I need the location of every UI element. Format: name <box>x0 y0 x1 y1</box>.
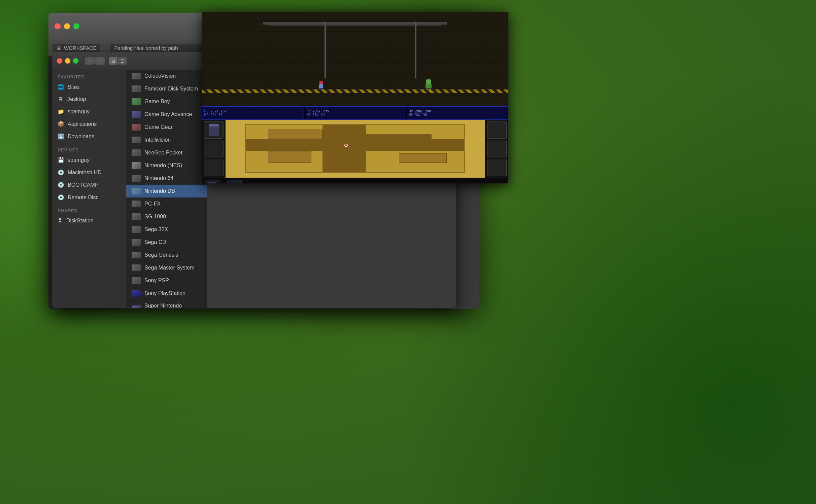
system-nintendo-ds[interactable]: Nintendo DS <box>126 185 207 197</box>
sony-psp-icon <box>132 277 141 284</box>
pending-label: Pending files, sorted by path <box>114 45 178 51</box>
favorites-section: Favorites 🌐 Sites 🖥 Desktop 📁 spamguy 📦 … <box>52 70 126 143</box>
hd-icon: 💾 <box>58 157 64 163</box>
sidebar-item-macintosh-hd[interactable]: 💿 Macintosh HD <box>52 166 126 179</box>
right-icon-1 <box>487 121 507 139</box>
panel-icon-2 <box>204 140 224 157</box>
back-button[interactable]: ‹ <box>85 57 95 65</box>
pcfx-label: PC-FX <box>144 201 161 207</box>
list-view-button[interactable]: ☰ <box>118 57 127 65</box>
system-sony-psp[interactable]: Sony PSP <box>126 274 207 287</box>
map-frame <box>245 124 466 173</box>
system-intellivision[interactable]: Intellivision <box>126 134 207 146</box>
game-gear-icon <box>132 124 141 131</box>
sidebar-spacer <box>52 227 126 230</box>
workspace-label: 🖥 WORKSPACE <box>53 44 100 52</box>
snes-icon <box>132 305 141 308</box>
char3-mp: MP 30/ 36 <box>409 113 506 117</box>
game-boy-icon <box>132 98 141 105</box>
sony-ps-icon <box>132 290 141 297</box>
sidebar-item-spamguy-device[interactable]: 💾 spamguy <box>52 154 126 166</box>
char2-hp: HP 235/ 235 <box>307 109 404 113</box>
device-spamguy-label: spamguy <box>68 157 90 163</box>
nds-label: Nintendo DS <box>144 188 175 194</box>
colecovision-label: ColecoVision <box>144 73 176 79</box>
screenshot-popup: HP 232/ 232 MP 22/ 32 HP 235/ 235 MP 16/… <box>202 12 508 183</box>
sidebar-item-diskstation[interactable]: 🖧 DiskStation <box>52 215 126 227</box>
enemy-sprite <box>425 79 432 89</box>
sidebar-item-bootcamp[interactable]: 💿 BOOTCAMP <box>52 179 126 191</box>
enemy-body <box>426 84 432 88</box>
sidebar-item-sites[interactable]: 🌐 Sites <box>52 81 126 93</box>
sega-master-icon <box>132 264 141 271</box>
desktop-icon: 🖥 <box>58 96 63 102</box>
minimize-button-oe[interactable] <box>65 58 70 64</box>
window-controls-oe <box>57 58 78 64</box>
bootcamp-label: BOOTCAMP <box>68 182 99 188</box>
minimize-button[interactable] <box>64 23 70 29</box>
system-game-boy[interactable]: Game Boy <box>126 95 207 108</box>
intellivision-label: Intellivision <box>144 137 171 143</box>
system-nintendo-64[interactable]: Nintendo 64 <box>126 172 207 185</box>
intellivision-icon <box>132 137 141 143</box>
sidebar-item-desktop[interactable]: 🖥 Desktop <box>52 93 126 105</box>
system-sega-genesis[interactable]: Sega Genesis <box>126 249 207 261</box>
system-sony-playstation[interactable]: Sony PlayStation <box>126 287 207 300</box>
system-sega-master[interactable]: Sega Master System <box>126 261 207 274</box>
snes-label: Super Nintendo (SNES) <box>144 303 201 308</box>
sega-cd-icon <box>132 239 141 246</box>
forward-button[interactable]: › <box>95 57 105 65</box>
view-mode-buttons: ⊞ ☰ <box>109 57 127 65</box>
char3-hp: HP 200/ 200 <box>409 109 506 113</box>
system-super-nintendo[interactable]: Super Nintendo (SNES) <box>126 300 207 308</box>
sega-cd-label: Sega CD <box>144 239 166 245</box>
famicom-disk-label: Famicom Disk System <box>144 86 198 92</box>
dungeon-map <box>226 120 485 178</box>
system-sg-1000[interactable]: SG-1000 <box>126 210 207 223</box>
pillar-1 <box>325 22 326 78</box>
sidebar-item-downloads[interactable]: ⬇️ Downloads <box>52 130 126 143</box>
room-3 <box>399 153 447 163</box>
user-icon: 📁 <box>58 108 64 115</box>
close-button-oe[interactable] <box>57 58 62 64</box>
close-button[interactable] <box>55 23 61 29</box>
shared-header: Shared <box>52 204 126 215</box>
sidebar-item-applications[interactable]: 📦 Applications <box>52 118 126 130</box>
n64-label: Nintendo 64 <box>144 175 173 181</box>
system-game-gear[interactable]: Game Gear <box>126 121 207 134</box>
navigation-buttons: ‹ › <box>85 57 105 65</box>
sites-label: Sites <box>68 84 80 90</box>
sony-psp-label: Sony PSP <box>144 278 169 284</box>
devices-header: Devices <box>52 143 126 154</box>
game-boy-advance-label: Game Boy Advance <box>144 111 192 117</box>
system-pc-fx[interactable]: PC-FX <box>126 197 207 210</box>
gameplay-top-scene <box>202 12 508 106</box>
player-sprite <box>318 81 324 89</box>
player-head <box>319 81 323 84</box>
system-neogeo-pocket[interactable]: NeoGeo Pocket <box>126 146 207 159</box>
system-nintendo-nes[interactable]: Nintendo (NES) <box>126 159 207 172</box>
game-gear-label: Game Gear <box>144 124 173 130</box>
sidebar-item-spamguy[interactable]: 📁 spamguy <box>52 105 126 118</box>
n64-icon <box>132 175 141 182</box>
maximize-button-oe[interactable] <box>73 58 78 64</box>
char1-stats: HP 232/ 232 MP 22/ 32 <box>202 106 304 120</box>
system-sega-cd[interactable]: Sega CD <box>126 236 207 249</box>
system-famicom-disk[interactable]: Famicom Disk System <box>126 82 207 95</box>
bottom-action-bar <box>202 178 508 184</box>
nes-icon <box>132 162 141 169</box>
panel-icon-1 <box>204 121 224 139</box>
remote-disc-icon: 💿 <box>58 194 64 201</box>
system-sega-32x[interactable]: Sega 32X <box>126 223 207 236</box>
maximize-button[interactable] <box>73 23 79 29</box>
system-colecovision[interactable]: ColecoVision <box>126 70 207 82</box>
sg1000-label: SG-1000 <box>144 214 166 220</box>
grid-view-button[interactable]: ⊞ <box>109 57 117 65</box>
sidebar-item-remote-disc[interactable]: 💿 Remote Disc <box>52 191 126 204</box>
corridor-v <box>322 125 366 172</box>
char2-stats: HP 235/ 235 MP 16/ 24 <box>304 106 406 120</box>
char3-stats: HP 200/ 200 MP 30/ 36 <box>406 106 508 120</box>
action-icon-2 <box>227 180 242 183</box>
system-game-boy-advance[interactable]: Game Boy Advance <box>126 108 207 121</box>
neogeo-pocket-label: NeoGeo Pocket <box>144 150 182 156</box>
